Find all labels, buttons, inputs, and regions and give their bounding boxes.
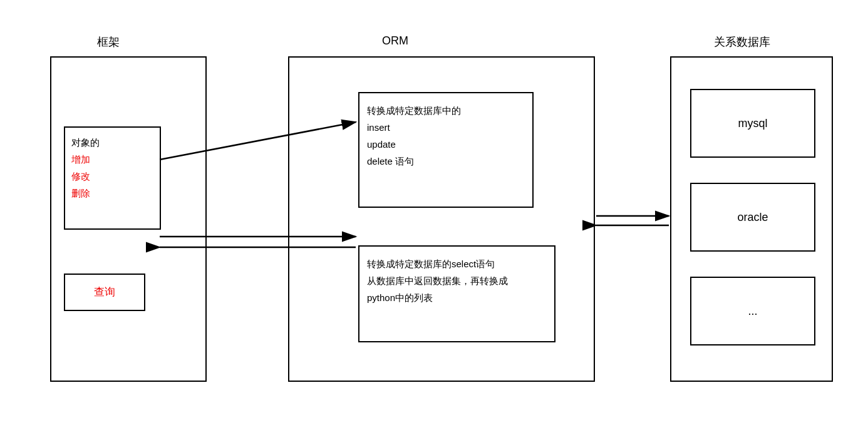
query-label: 查询 xyxy=(94,283,115,302)
query-inner-box: 查询 xyxy=(64,274,145,311)
orm-top-box: 转换成特定数据库中的 insert update delete 语句 xyxy=(358,92,534,208)
delete-label: 删除 xyxy=(71,185,153,202)
orm-top-line1: 转换成特定数据库中的 xyxy=(367,102,525,119)
orm-bottom-box: 转换成特定数据库的select语句 从数据库中返回数据集，再转换成 python… xyxy=(358,245,555,342)
mysql-box: mysql xyxy=(690,89,815,158)
orm-top-line3: update xyxy=(367,136,525,153)
oracle-box: oracle xyxy=(690,183,815,252)
object-inner-box: 对象的 增加 修改 删除 xyxy=(64,126,161,230)
orm-outer-box: 转换成特定数据库中的 insert update delete 语句 转换成特定… xyxy=(288,56,595,382)
ellipsis-label: ... xyxy=(748,301,757,321)
orm-top-line4: delete 语句 xyxy=(367,153,525,170)
diagram-container: 框架 ORM 关系数据库 对象的 增加 修改 删除 查询 转换成特定数据库中的 … xyxy=(0,0,868,440)
label-db: 关系数据库 xyxy=(714,34,770,49)
framework-outer-box: 对象的 增加 修改 删除 查询 xyxy=(50,56,207,382)
modify-label: 修改 xyxy=(71,168,153,185)
orm-bottom-line1: 转换成特定数据库的select语句 xyxy=(367,255,547,272)
add-label: 增加 xyxy=(71,151,153,168)
ellipsis-box: ... xyxy=(690,277,815,345)
orm-bottom-line3: python中的列表 xyxy=(367,289,547,306)
oracle-label: oracle xyxy=(737,207,768,227)
orm-bottom-line2: 从数据库中返回数据集，再转换成 xyxy=(367,272,547,289)
object-label: 对象的 xyxy=(71,134,153,151)
label-orm: ORM xyxy=(382,34,408,48)
orm-top-line2: insert xyxy=(367,119,525,136)
label-framework: 框架 xyxy=(97,34,120,49)
db-outer-box: mysql oracle ... xyxy=(670,56,833,382)
mysql-label: mysql xyxy=(738,113,767,133)
